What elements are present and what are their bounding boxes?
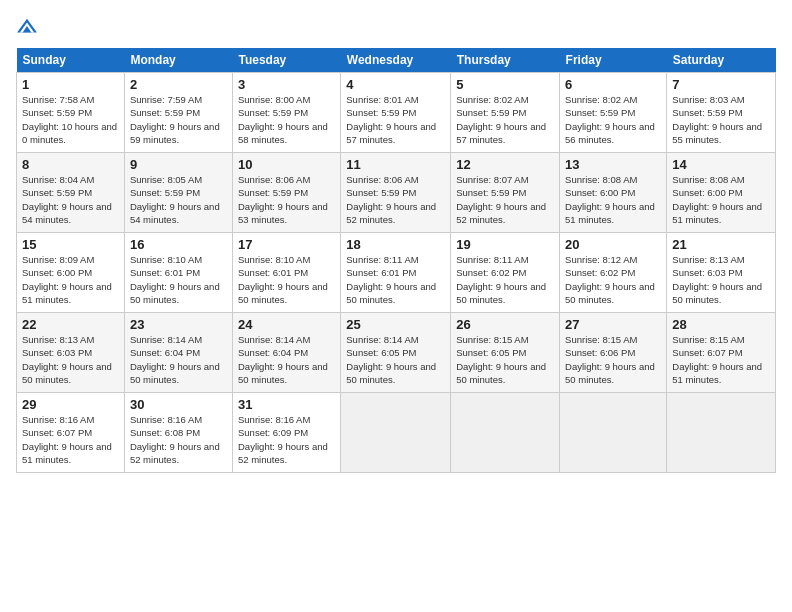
day-of-week-header: Saturday: [667, 48, 776, 73]
day-of-week-header: Sunday: [17, 48, 125, 73]
day-number: 26: [456, 317, 554, 332]
calendar-day-cell: [560, 393, 667, 473]
day-number: 3: [238, 77, 335, 92]
day-info: Sunrise: 8:02 AMSunset: 5:59 PMDaylight:…: [456, 94, 546, 145]
day-number: 18: [346, 237, 445, 252]
day-number: 14: [672, 157, 770, 172]
calendar-day-cell: 26 Sunrise: 8:15 AMSunset: 6:05 PMDaylig…: [451, 313, 560, 393]
header: [16, 16, 776, 38]
calendar-day-cell: 16 Sunrise: 8:10 AMSunset: 6:01 PMDaylig…: [124, 233, 232, 313]
day-number: 4: [346, 77, 445, 92]
day-info: Sunrise: 8:15 AMSunset: 6:06 PMDaylight:…: [565, 334, 655, 385]
day-info: Sunrise: 8:16 AMSunset: 6:09 PMDaylight:…: [238, 414, 328, 465]
day-of-week-header: Friday: [560, 48, 667, 73]
day-info: Sunrise: 8:07 AMSunset: 5:59 PMDaylight:…: [456, 174, 546, 225]
day-number: 23: [130, 317, 227, 332]
calendar-day-cell: 30 Sunrise: 8:16 AMSunset: 6:08 PMDaylig…: [124, 393, 232, 473]
day-info: Sunrise: 8:10 AMSunset: 6:01 PMDaylight:…: [238, 254, 328, 305]
calendar-day-cell: 15 Sunrise: 8:09 AMSunset: 6:00 PMDaylig…: [17, 233, 125, 313]
calendar-day-cell: 14 Sunrise: 8:08 AMSunset: 6:00 PMDaylig…: [667, 153, 776, 233]
calendar-day-cell: 2 Sunrise: 7:59 AMSunset: 5:59 PMDayligh…: [124, 73, 232, 153]
calendar-day-cell: 17 Sunrise: 8:10 AMSunset: 6:01 PMDaylig…: [232, 233, 340, 313]
calendar-day-cell: 13 Sunrise: 8:08 AMSunset: 6:00 PMDaylig…: [560, 153, 667, 233]
day-info: Sunrise: 8:15 AMSunset: 6:07 PMDaylight:…: [672, 334, 762, 385]
calendar-day-cell: [341, 393, 451, 473]
day-info: Sunrise: 8:06 AMSunset: 5:59 PMDaylight:…: [346, 174, 436, 225]
day-info: Sunrise: 8:12 AMSunset: 6:02 PMDaylight:…: [565, 254, 655, 305]
day-number: 1: [22, 77, 119, 92]
day-info: Sunrise: 8:02 AMSunset: 5:59 PMDaylight:…: [565, 94, 655, 145]
day-of-week-header: Monday: [124, 48, 232, 73]
day-info: Sunrise: 8:11 AMSunset: 6:02 PMDaylight:…: [456, 254, 546, 305]
day-info: Sunrise: 8:16 AMSunset: 6:08 PMDaylight:…: [130, 414, 220, 465]
day-number: 28: [672, 317, 770, 332]
calendar-header-row: SundayMondayTuesdayWednesdayThursdayFrid…: [17, 48, 776, 73]
day-number: 25: [346, 317, 445, 332]
calendar-day-cell: 11 Sunrise: 8:06 AMSunset: 5:59 PMDaylig…: [341, 153, 451, 233]
calendar-day-cell: 4 Sunrise: 8:01 AMSunset: 5:59 PMDayligh…: [341, 73, 451, 153]
calendar-day-cell: 31 Sunrise: 8:16 AMSunset: 6:09 PMDaylig…: [232, 393, 340, 473]
calendar-day-cell: 3 Sunrise: 8:00 AMSunset: 5:59 PMDayligh…: [232, 73, 340, 153]
calendar-day-cell: 28 Sunrise: 8:15 AMSunset: 6:07 PMDaylig…: [667, 313, 776, 393]
day-info: Sunrise: 8:13 AMSunset: 6:03 PMDaylight:…: [22, 334, 112, 385]
day-info: Sunrise: 8:10 AMSunset: 6:01 PMDaylight:…: [130, 254, 220, 305]
calendar-day-cell: 24 Sunrise: 8:14 AMSunset: 6:04 PMDaylig…: [232, 313, 340, 393]
day-info: Sunrise: 7:58 AMSunset: 5:59 PMDaylight:…: [22, 94, 117, 145]
day-number: 30: [130, 397, 227, 412]
day-number: 29: [22, 397, 119, 412]
calendar-day-cell: [451, 393, 560, 473]
day-number: 12: [456, 157, 554, 172]
calendar-week-row: 29 Sunrise: 8:16 AMSunset: 6:07 PMDaylig…: [17, 393, 776, 473]
day-info: Sunrise: 8:01 AMSunset: 5:59 PMDaylight:…: [346, 94, 436, 145]
calendar-week-row: 15 Sunrise: 8:09 AMSunset: 6:00 PMDaylig…: [17, 233, 776, 313]
calendar-day-cell: 19 Sunrise: 8:11 AMSunset: 6:02 PMDaylig…: [451, 233, 560, 313]
calendar-day-cell: 5 Sunrise: 8:02 AMSunset: 5:59 PMDayligh…: [451, 73, 560, 153]
day-number: 24: [238, 317, 335, 332]
day-info: Sunrise: 8:08 AMSunset: 6:00 PMDaylight:…: [672, 174, 762, 225]
calendar-day-cell: 22 Sunrise: 8:13 AMSunset: 6:03 PMDaylig…: [17, 313, 125, 393]
day-info: Sunrise: 8:16 AMSunset: 6:07 PMDaylight:…: [22, 414, 112, 465]
day-of-week-header: Thursday: [451, 48, 560, 73]
day-number: 11: [346, 157, 445, 172]
day-info: Sunrise: 8:08 AMSunset: 6:00 PMDaylight:…: [565, 174, 655, 225]
day-number: 19: [456, 237, 554, 252]
calendar-day-cell: 12 Sunrise: 8:07 AMSunset: 5:59 PMDaylig…: [451, 153, 560, 233]
day-info: Sunrise: 8:09 AMSunset: 6:00 PMDaylight:…: [22, 254, 112, 305]
day-info: Sunrise: 8:14 AMSunset: 6:04 PMDaylight:…: [238, 334, 328, 385]
day-number: 8: [22, 157, 119, 172]
calendar-container: SundayMondayTuesdayWednesdayThursdayFrid…: [0, 0, 792, 612]
day-info: Sunrise: 8:06 AMSunset: 5:59 PMDaylight:…: [238, 174, 328, 225]
day-info: Sunrise: 8:04 AMSunset: 5:59 PMDaylight:…: [22, 174, 112, 225]
calendar-day-cell: 29 Sunrise: 8:16 AMSunset: 6:07 PMDaylig…: [17, 393, 125, 473]
day-number: 7: [672, 77, 770, 92]
calendar-day-cell: 23 Sunrise: 8:14 AMSunset: 6:04 PMDaylig…: [124, 313, 232, 393]
day-info: Sunrise: 8:03 AMSunset: 5:59 PMDaylight:…: [672, 94, 762, 145]
day-number: 27: [565, 317, 661, 332]
day-info: Sunrise: 8:00 AMSunset: 5:59 PMDaylight:…: [238, 94, 328, 145]
day-info: Sunrise: 8:05 AMSunset: 5:59 PMDaylight:…: [130, 174, 220, 225]
day-info: Sunrise: 8:15 AMSunset: 6:05 PMDaylight:…: [456, 334, 546, 385]
day-info: Sunrise: 7:59 AMSunset: 5:59 PMDaylight:…: [130, 94, 220, 145]
calendar-day-cell: 1 Sunrise: 7:58 AMSunset: 5:59 PMDayligh…: [17, 73, 125, 153]
day-number: 17: [238, 237, 335, 252]
calendar-table: SundayMondayTuesdayWednesdayThursdayFrid…: [16, 48, 776, 473]
calendar-day-cell: 21 Sunrise: 8:13 AMSunset: 6:03 PMDaylig…: [667, 233, 776, 313]
day-number: 2: [130, 77, 227, 92]
day-info: Sunrise: 8:14 AMSunset: 6:04 PMDaylight:…: [130, 334, 220, 385]
day-number: 21: [672, 237, 770, 252]
day-number: 13: [565, 157, 661, 172]
day-number: 20: [565, 237, 661, 252]
day-number: 6: [565, 77, 661, 92]
day-of-week-header: Tuesday: [232, 48, 340, 73]
day-info: Sunrise: 8:13 AMSunset: 6:03 PMDaylight:…: [672, 254, 762, 305]
calendar-day-cell: 8 Sunrise: 8:04 AMSunset: 5:59 PMDayligh…: [17, 153, 125, 233]
day-number: 9: [130, 157, 227, 172]
day-number: 5: [456, 77, 554, 92]
day-info: Sunrise: 8:11 AMSunset: 6:01 PMDaylight:…: [346, 254, 436, 305]
calendar-week-row: 8 Sunrise: 8:04 AMSunset: 5:59 PMDayligh…: [17, 153, 776, 233]
calendar-week-row: 1 Sunrise: 7:58 AMSunset: 5:59 PMDayligh…: [17, 73, 776, 153]
day-number: 22: [22, 317, 119, 332]
calendar-day-cell: 6 Sunrise: 8:02 AMSunset: 5:59 PMDayligh…: [560, 73, 667, 153]
logo: [16, 16, 42, 38]
calendar-day-cell: 18 Sunrise: 8:11 AMSunset: 6:01 PMDaylig…: [341, 233, 451, 313]
